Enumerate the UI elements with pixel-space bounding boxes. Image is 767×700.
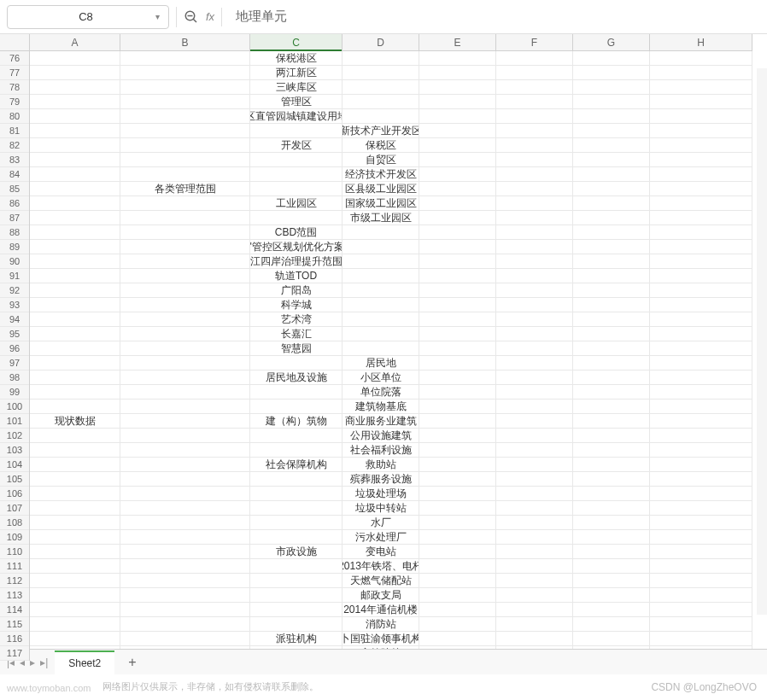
row-header-101[interactable]: 101	[0, 414, 29, 429]
row-header-87[interactable]: 87	[0, 211, 29, 225]
cell-B106[interactable]	[120, 487, 250, 501]
cell-H102[interactable]	[650, 429, 752, 443]
next-sheet-button[interactable]: ▸	[30, 656, 35, 668]
cell-G83[interactable]	[573, 153, 650, 167]
cell-H114[interactable]	[650, 603, 752, 617]
column-header-F[interactable]: F	[496, 34, 573, 50]
sheet-tab-active[interactable]: Sheet2	[55, 650, 114, 674]
cell-F78[interactable]	[496, 80, 573, 95]
row-header-85[interactable]: 85	[0, 182, 29, 196]
cell-G101[interactable]	[573, 414, 650, 429]
cell-G79[interactable]	[573, 95, 650, 109]
cell-C79[interactable]: 管理区	[250, 95, 343, 109]
cell-G86[interactable]	[573, 196, 650, 211]
row-header-110[interactable]: 110	[0, 545, 29, 559]
cell-F105[interactable]	[496, 472, 573, 487]
cell-B110[interactable]	[120, 545, 250, 559]
cell-A98[interactable]	[30, 370, 120, 385]
cell-A91[interactable]	[30, 269, 120, 283]
cell-C91[interactable]: 轨道TOD	[250, 269, 343, 283]
row-header-111[interactable]: 111	[0, 559, 29, 574]
cell-F81[interactable]	[496, 124, 573, 138]
row-header-116[interactable]: 116	[0, 632, 29, 646]
cell-C76[interactable]: 保税港区	[250, 51, 343, 66]
cell-F103[interactable]	[496, 443, 573, 458]
cell-A81[interactable]	[30, 124, 120, 138]
cell-A92[interactable]	[30, 283, 120, 298]
cell-F116[interactable]	[496, 632, 573, 646]
cell-H94[interactable]	[650, 312, 752, 327]
cell-A107[interactable]	[30, 501, 120, 516]
row-header-117[interactable]: 117	[0, 646, 29, 661]
cell-grid[interactable]: 保税港区两江新区三峡库区管理区区直管园城镇建设用地新技术产业开发区开发区保税区自…	[30, 51, 752, 661]
cell-F76[interactable]	[496, 51, 573, 66]
row-header-105[interactable]: 105	[0, 472, 29, 487]
cell-D115[interactable]: 消防站	[343, 617, 419, 632]
cell-C110[interactable]: 市政设施	[250, 545, 343, 559]
row-header-80[interactable]: 80	[0, 109, 29, 124]
row-header-94[interactable]: 94	[0, 312, 29, 327]
cell-D109[interactable]: 污水处理厂	[343, 530, 419, 545]
cell-B80[interactable]	[120, 109, 250, 124]
cell-D105[interactable]: 殡葬服务设施	[343, 472, 419, 487]
cell-A106[interactable]	[30, 487, 120, 501]
cell-B113[interactable]	[120, 588, 250, 603]
cell-F112[interactable]	[496, 574, 573, 588]
cell-F84[interactable]	[496, 167, 573, 182]
row-header-106[interactable]: 106	[0, 487, 29, 501]
cell-F77[interactable]	[496, 66, 573, 80]
cell-D92[interactable]	[343, 283, 419, 298]
cell-H116[interactable]	[650, 632, 752, 646]
cell-H89[interactable]	[650, 240, 752, 254]
cell-C90[interactable]: 江四岸治理提升范围	[250, 254, 343, 269]
cell-A110[interactable]	[30, 545, 120, 559]
row-header-107[interactable]: 107	[0, 501, 29, 516]
cell-C98[interactable]: 居民地及设施	[250, 370, 343, 385]
cell-B99[interactable]	[120, 385, 250, 400]
cell-E89[interactable]	[419, 240, 496, 254]
cell-D116[interactable]: 卜国驻渝领事机构	[343, 632, 419, 646]
row-header-86[interactable]: 86	[0, 196, 29, 211]
cell-G93[interactable]	[573, 298, 650, 312]
cell-G96[interactable]	[573, 341, 650, 356]
cell-A100[interactable]	[30, 400, 120, 414]
cell-E97[interactable]	[419, 356, 496, 370]
cell-G98[interactable]	[573, 370, 650, 385]
column-header-A[interactable]: A	[30, 34, 120, 50]
cell-D90[interactable]	[343, 254, 419, 269]
cell-B98[interactable]	[120, 370, 250, 385]
cell-F93[interactable]	[496, 298, 573, 312]
row-header-96[interactable]: 96	[0, 341, 29, 356]
cell-H108[interactable]	[650, 516, 752, 530]
last-sheet-button[interactable]: ▸|	[40, 656, 48, 668]
cell-C99[interactable]	[250, 385, 343, 400]
cell-A88[interactable]	[30, 225, 120, 240]
cell-D86[interactable]: 国家级工业园区	[343, 196, 419, 211]
cell-B79[interactable]	[120, 95, 250, 109]
cell-F83[interactable]	[496, 153, 573, 167]
cell-C80[interactable]: 区直管园城镇建设用地	[250, 109, 343, 124]
cell-A103[interactable]	[30, 443, 120, 458]
cell-D78[interactable]	[343, 80, 419, 95]
row-header-108[interactable]: 108	[0, 516, 29, 530]
add-sheet-button[interactable]: +	[121, 655, 143, 670]
cell-H78[interactable]	[650, 80, 752, 95]
cell-B108[interactable]	[120, 516, 250, 530]
cell-H91[interactable]	[650, 269, 752, 283]
cell-A105[interactable]	[30, 472, 120, 487]
cell-H97[interactable]	[650, 356, 752, 370]
cell-C88[interactable]: CBD范围	[250, 225, 343, 240]
cell-F104[interactable]	[496, 458, 573, 472]
cell-A76[interactable]	[30, 51, 120, 66]
cell-B94[interactable]	[120, 312, 250, 327]
row-header-84[interactable]: 84	[0, 167, 29, 182]
row-header-113[interactable]: 113	[0, 588, 29, 603]
cell-C104[interactable]: 社会保障机构	[250, 458, 343, 472]
cell-G115[interactable]	[573, 617, 650, 632]
cell-G102[interactable]	[573, 429, 650, 443]
row-header-92[interactable]: 92	[0, 283, 29, 298]
cell-C103[interactable]	[250, 443, 343, 458]
cell-A82[interactable]	[30, 138, 120, 153]
cell-E93[interactable]	[419, 298, 496, 312]
row-header-81[interactable]: 81	[0, 124, 29, 138]
